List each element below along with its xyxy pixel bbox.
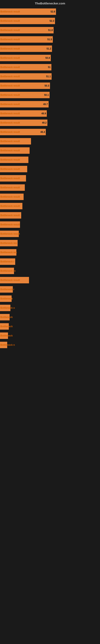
bar-value: 49.2	[42, 121, 47, 124]
bar-label: Bottleneck result	[0, 221, 20, 228]
bar-label: Bottleneck result	[0, 156, 20, 164]
bar-row: Bottleneck o	[0, 304, 100, 312]
bar-row: Bottleneck re	[0, 267, 100, 275]
bar-row: 51Bottleneck result	[0, 64, 100, 71]
bar-label: Bottleneck result	[0, 26, 20, 34]
bar-row: Bottleneck result	[0, 193, 100, 201]
bar-row: Bottleneck	[0, 332, 100, 340]
bar-label: Bottleneck result	[0, 174, 20, 182]
bar-row: Bottleneck	[0, 313, 100, 321]
bar-label: Bottleneck res	[0, 248, 17, 256]
bar-label: Bottleneck r	[0, 258, 14, 266]
bar-label: Bottleneck result	[0, 8, 20, 16]
bar-label: Bottleneck result	[0, 184, 20, 192]
bar-value: 51	[48, 66, 50, 69]
bar-value: 49.7	[43, 103, 48, 106]
bar-label: Bottleneck o	[0, 304, 15, 312]
bar-row: Bottleneck result	[0, 174, 100, 182]
bar-value: 51.1	[46, 75, 51, 78]
bar-row: Bottleneck result	[0, 276, 100, 284]
bar-row: 50.8Bottleneck result	[0, 54, 100, 62]
bar-label: Bottleneck result	[0, 165, 20, 173]
bar-row: 49.7Bottleneck result	[0, 100, 100, 108]
bar-row: Bottleneck result	[0, 138, 100, 145]
bar-value: 50.1	[44, 94, 49, 96]
bar-row: 52.3Bottleneck result	[0, 17, 100, 25]
bar-row: Bottleneck result	[0, 212, 100, 219]
bar-row: 51.2Bottleneck result	[0, 45, 100, 52]
bar-row: 48.9Bottleneck result	[0, 110, 100, 117]
bar-row: 49.2Bottleneck result	[0, 119, 100, 126]
bar-label: Bottleneck result	[0, 276, 20, 284]
bar-value: 48.4	[40, 130, 45, 134]
chart-container: 52.6Bottleneck result52.3Bottleneck resu…	[0, 6, 100, 350]
bar-row: Bottleneck	[0, 322, 100, 330]
bar-row: Bottleneck result	[0, 202, 100, 210]
bar-row: Bottleneck result	[0, 184, 100, 192]
bar-label: Bottleneck r	[0, 286, 14, 293]
bar-label: Bottleneck result	[0, 91, 20, 99]
bar-label: Bottleneck result	[0, 128, 20, 136]
bar-value: 52.3	[50, 20, 54, 22]
bar-label: Bottleneck result	[0, 73, 20, 80]
bar-label: Bottleneck result	[0, 119, 20, 126]
bar-value: 51.8	[48, 29, 53, 32]
page-title: TheBottlenecker.com	[0, 0, 100, 6]
bar-row: 52.6Bottleneck result	[0, 8, 100, 16]
bar-value: 50.3	[45, 84, 49, 87]
bar-row: 48.4Bottleneck result	[0, 128, 100, 136]
bar-label: Bottleneck result	[0, 100, 20, 108]
bar-row: Bottleneck result	[0, 230, 100, 238]
bar-label: Bottleneck	[0, 313, 13, 321]
bar-row: Bottleneck r	[0, 286, 100, 293]
bar-label: Bottleneck n	[0, 341, 15, 349]
bar-label: Bottleneck result	[0, 193, 20, 201]
bar-row: 50.1Bottleneck result	[0, 91, 100, 99]
bar-label: Bottleneck result	[0, 147, 20, 154]
bar-label: Bottleneck result	[0, 45, 20, 52]
bar-label: Bottleneck result	[0, 212, 20, 219]
bar-row: 51.8Bottleneck result	[0, 26, 100, 34]
bar-row: Bottleneck n	[0, 341, 100, 349]
bar-label: Bottleneck result	[0, 17, 20, 25]
bar-row: Bottleneck result	[0, 156, 100, 164]
bar-label: Bottleneck result	[0, 138, 20, 145]
bar-label: Bottleneck result	[0, 202, 20, 210]
bar-label: Bottleneck result	[0, 36, 20, 43]
bar-value: 50.8	[46, 56, 50, 59]
bar-label: Bottleneck	[0, 332, 13, 340]
bar-label: Bottleneck result	[0, 110, 20, 117]
bar-label: Bottleneck result	[0, 82, 20, 90]
bar-row: 51.5Bottleneck result	[0, 36, 100, 43]
bar-value: 48.9	[41, 112, 46, 115]
bar-row: Bottleneck result	[0, 221, 100, 228]
bar-value: 51.2	[47, 47, 51, 50]
bar-label: Bottleneck result	[0, 54, 20, 62]
bar-row: 51.1Bottleneck result	[0, 73, 100, 80]
bar-row: 50.3Bottleneck result	[0, 82, 100, 90]
bar-row: Bottleneck result	[0, 147, 100, 154]
bar-row: Bottleneck res	[0, 248, 100, 256]
bar-row: Bottleneck result	[0, 165, 100, 173]
bar-label: Bottleneck	[0, 295, 13, 302]
bar-label: Bottleneck re	[0, 267, 16, 275]
bar-row: Bottleneck res	[0, 239, 100, 247]
bar-label: Bottleneck	[0, 322, 13, 330]
bar-label: Bottleneck res	[0, 239, 17, 247]
bar-value: 51.5	[48, 38, 52, 41]
bar-row: Bottleneck	[0, 295, 100, 302]
bar-row: Bottleneck r	[0, 258, 100, 266]
bar-label: Bottleneck result	[0, 230, 20, 238]
bar-value: 52.6	[50, 10, 55, 13]
bar-label: Bottleneck result	[0, 64, 20, 71]
